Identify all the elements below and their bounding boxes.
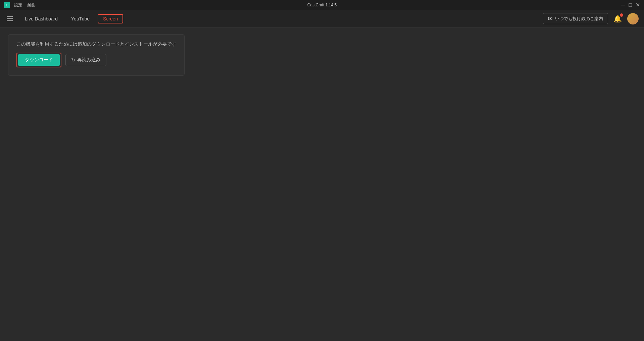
download-button[interactable]: ダウンロード <box>18 54 60 66</box>
tab-live-dashboard[interactable]: Live Dashboard <box>19 14 63 23</box>
navbar: Live Dashboard YouTube Screen ✉ いつでも投げ銭の… <box>0 10 644 27</box>
donation-button[interactable]: ✉ いつでも投げ銭のご案内 <box>543 13 608 24</box>
mail-icon: ✉ <box>548 15 552 22</box>
notification-button[interactable]: 🔔 <box>612 13 623 24</box>
titlebar-left: C 設定 編集 <box>4 2 36 8</box>
button-row: ダウンロード ↻ 再読み込み <box>16 53 176 67</box>
menu-edit[interactable]: 編集 <box>28 2 36 8</box>
tab-youtube[interactable]: YouTube <box>66 14 95 23</box>
download-button-wrapper: ダウンロード <box>16 53 61 67</box>
content-area: この機能を利用するためには追加のダウンロードとインストールが必要です ダウンロー… <box>0 27 644 82</box>
avatar[interactable] <box>627 13 639 24</box>
maximize-button[interactable]: □ <box>628 3 633 7</box>
reload-button[interactable]: ↻ 再読み込み <box>65 54 106 66</box>
notification-badge <box>620 13 623 17</box>
titlebar: C 設定 編集 CastCraft 1.14.5 ─ □ ✕ <box>0 0 644 10</box>
hamburger-menu-icon[interactable] <box>5 15 14 22</box>
navbar-right: ✉ いつでも投げ銭のご案内 🔔 <box>543 13 639 24</box>
app-logo: C <box>4 2 10 8</box>
titlebar-controls: ─ □ ✕ <box>621 3 640 7</box>
reload-label: 再読み込み <box>77 57 101 63</box>
tab-screen[interactable]: Screen <box>98 14 123 23</box>
menu-settings[interactable]: 設定 <box>14 2 22 8</box>
info-message: この機能を利用するためには追加のダウンロードとインストールが必要です <box>16 41 176 47</box>
close-button[interactable]: ✕ <box>635 3 640 7</box>
titlebar-menu: 設定 編集 <box>14 2 36 8</box>
info-box: この機能を利用するためには追加のダウンロードとインストールが必要です ダウンロー… <box>8 34 185 76</box>
reload-icon: ↻ <box>71 57 75 63</box>
minimize-button[interactable]: ─ <box>621 3 625 7</box>
titlebar-title: CastCraft 1.14.5 <box>307 3 337 7</box>
donation-label: いつでも投げ銭のご案内 <box>555 16 603 22</box>
